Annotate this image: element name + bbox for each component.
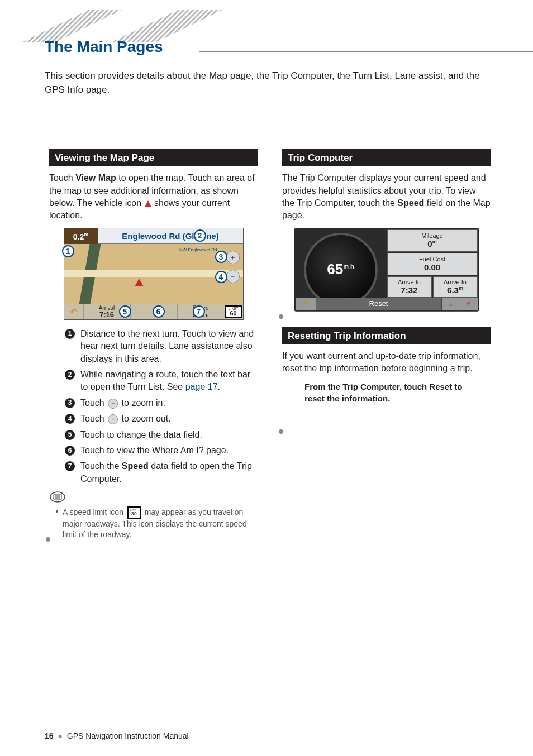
up-arrow-button[interactable]: ▲ <box>442 299 460 308</box>
fuel-cost-field[interactable]: Fuel Cost 0.00 <box>387 253 478 275</box>
section-title-trip-computer: Trip Computer <box>282 149 491 166</box>
footer-dot: ● <box>58 731 62 740</box>
map-street-bar[interactable]: Englewood Rd (Glad ne) <box>98 228 243 244</box>
callout-1: 1 <box>62 245 74 257</box>
left-column: Viewing the Map Page Touch View Map to o… <box>49 149 258 540</box>
arrive-time: 7:32 <box>401 285 417 295</box>
item-badge: 3 <box>65 398 75 408</box>
item-text: Touch ＋ to zoom in. <box>80 397 258 409</box>
list-item: 7Touch the Speed data field to open the … <box>65 460 258 485</box>
text: Touch <box>49 173 75 183</box>
gauge-unit: m h <box>343 264 354 270</box>
view-map-bold: View Map <box>75 173 116 183</box>
right-paragraph-2: If you want current and up-to-date trip … <box>282 350 491 375</box>
speed-limit-icon: LIMIT30 <box>127 506 141 519</box>
arrive-dist: 6.3 <box>447 285 459 295</box>
mileage-value: 0 <box>427 239 432 248</box>
left-paragraph: Touch View Map to open the map. Touch an… <box>49 172 258 222</box>
zoom-out-icon: － <box>108 414 118 424</box>
back-button[interactable]: ↶ <box>64 304 83 319</box>
section-title-resetting: Resetting Trip Information <box>282 327 491 344</box>
right-paragraph-1: The Trip Computer displays your current … <box>282 172 491 222</box>
map-screenshot: 0.2m Englewood Rd (Glad ne) NW Englewood… <box>64 228 244 320</box>
callout-5: 5 <box>119 305 131 318</box>
page-footer: 16 ● GPS Navigation Instruction Manual <box>45 731 189 740</box>
note-icon <box>49 491 66 503</box>
down-arrow-button[interactable]: ▼ <box>460 299 478 308</box>
callout-list: 1Distance to the next turn. Touch to vie… <box>65 328 258 485</box>
list-item: 2While navigating a route, touch the tex… <box>65 369 258 394</box>
item-badge: 5 <box>65 430 75 440</box>
arrive-dist-unit: m <box>459 285 463 291</box>
page-header: The Main Pages <box>0 10 533 66</box>
mileage-field[interactable]: Mileage 0m <box>387 229 478 252</box>
fuel-value: 0.00 <box>424 262 440 272</box>
list-item: 6Touch to view the Where Am I? page. <box>65 444 258 457</box>
map-distance-field[interactable]: 0.2m <box>64 228 98 244</box>
header-rule <box>199 51 533 52</box>
reset-button[interactable]: Reset <box>316 298 442 310</box>
item-badge: 1 <box>65 329 75 339</box>
item-badge: 2 <box>65 370 75 380</box>
item-text: Touch to change the data field. <box>80 429 258 441</box>
mileage-unit: m <box>432 239 437 245</box>
limit-value: 60 <box>226 310 241 317</box>
callout-4: 4 <box>215 271 227 283</box>
speed-limit-sign: LIMIT 60 <box>225 305 242 318</box>
arrive-time-field[interactable]: Arrive In 7:32 <box>387 276 432 298</box>
right-column: Trip Computer The Trip Computer displays… <box>282 149 491 540</box>
map-substreet: NW Englewood Rd <box>179 247 217 252</box>
gauge-speed: 65 <box>327 261 343 277</box>
section-end-dot <box>46 537 50 542</box>
mileage-label: Mileage <box>421 232 443 239</box>
speed-bold: Speed <box>397 198 424 208</box>
callout-6: 6 <box>153 305 165 318</box>
trip-bottom-bar: ↶ Reset ▲ ▼ <box>296 298 478 310</box>
list-item: 1Distance to the next turn. Touch to vie… <box>65 328 258 365</box>
fuel-label: Fuel Cost <box>419 256 445 262</box>
vehicle-icon <box>135 279 144 286</box>
page-17-link[interactable]: page 17 <box>185 382 218 391</box>
callout-2: 2 <box>194 229 206 242</box>
map-top-bar: 0.2m Englewood Rd (Glad ne) <box>64 228 243 244</box>
item-text: Touch － to zoom out. <box>80 413 258 425</box>
zoom-in-button[interactable]: ＋ <box>226 251 240 264</box>
arrive-label2: Arrive In <box>444 279 467 285</box>
arrive-label: Arrive In <box>398 279 421 285</box>
section-end-dot <box>279 429 283 434</box>
arrival-value: 7:16 <box>99 311 114 318</box>
item-text: Touch the Speed data field to open the T… <box>80 460 258 485</box>
distance-unit: m <box>84 232 88 237</box>
reset-instruction: From the Trip Computer, touch Reset to r… <box>304 381 479 404</box>
list-item: 4Touch － to zoom out. <box>65 413 258 425</box>
page-title: The Main Pages <box>45 38 163 56</box>
trip-computer-screenshot: 65m h Mileage 0m Fuel Cost 0.00 Arrive I… <box>294 228 479 312</box>
arrive-dist-field[interactable]: Arrive In 6.3m <box>433 276 478 298</box>
vehicle-icon <box>144 200 152 208</box>
distance-value: 0.2 <box>73 232 84 241</box>
item-text: Touch to view the Where Am I? page. <box>80 444 258 457</box>
bullet: • <box>55 506 59 540</box>
item-badge: 6 <box>65 446 75 456</box>
speed-gauge[interactable]: 65m h <box>304 233 378 307</box>
speed-bold: Speed <box>122 461 149 471</box>
list-item: 3Touch ＋ to zoom in. <box>65 397 258 409</box>
zoom-in-icon: ＋ <box>108 399 118 409</box>
zoom-out-button[interactable]: － <box>226 270 240 283</box>
tip-block: • A speed limit icon LIMIT30 may appear … <box>49 491 258 540</box>
intro-paragraph: This section provides details about the … <box>45 69 488 97</box>
tip-text: A speed limit icon LIMIT30 may appear as… <box>63 506 258 540</box>
svg-marker-3 <box>145 200 151 207</box>
item-badge: 4 <box>65 414 75 424</box>
callout-7: 7 <box>193 305 205 318</box>
item-badge: 7 <box>65 461 75 471</box>
section-title-viewing-map: Viewing the Map Page <box>49 149 258 166</box>
callout-3: 3 <box>215 251 227 263</box>
item-text: While navigating a route, touch the text… <box>80 369 258 394</box>
footer-title: GPS Navigation Instruction Manual <box>67 731 189 740</box>
page-number: 16 <box>45 731 54 740</box>
item-text: Distance to the next turn. Touch to view… <box>80 328 258 365</box>
list-item: 5Touch to change the data field. <box>65 429 258 441</box>
back-button[interactable]: ↶ <box>296 299 316 308</box>
